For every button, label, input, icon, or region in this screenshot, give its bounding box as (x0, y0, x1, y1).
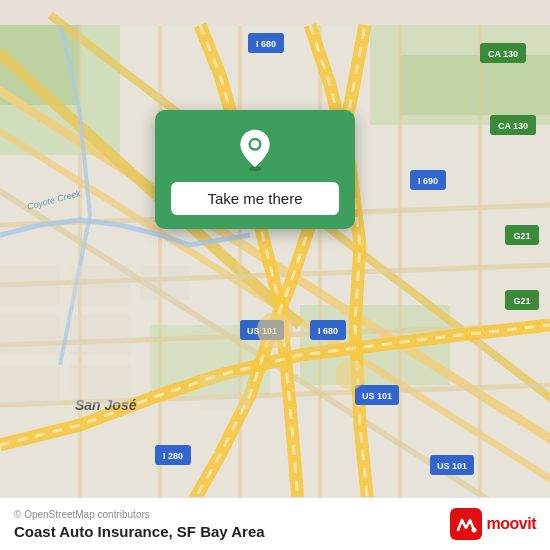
svg-rect-50 (0, 315, 60, 355)
svg-text:CA 130: CA 130 (498, 121, 528, 131)
svg-text:US 101: US 101 (437, 461, 467, 471)
svg-text:CA 130: CA 130 (488, 49, 518, 59)
svg-point-60 (251, 140, 259, 148)
svg-point-62 (471, 528, 476, 533)
svg-text:I 680: I 680 (256, 39, 276, 49)
map-background: I 680 I 680 I 690 CA 130 CA 130 G21 G21 … (0, 0, 550, 550)
svg-rect-61 (450, 508, 482, 540)
svg-rect-4 (400, 55, 550, 115)
svg-rect-49 (70, 265, 130, 305)
svg-text:I 690: I 690 (418, 176, 438, 186)
location-title: Coast Auto Insurance, SF Bay Area (14, 523, 265, 540)
svg-point-57 (335, 360, 365, 390)
svg-rect-51 (70, 315, 130, 355)
svg-text:US 101: US 101 (362, 391, 392, 401)
moovit-icon (450, 508, 482, 540)
take-me-there-button[interactable]: Take me there (171, 182, 339, 215)
location-pin-icon (233, 128, 277, 172)
map-container: I 680 I 680 I 690 CA 130 CA 130 G21 G21 … (0, 0, 550, 550)
svg-rect-54 (140, 265, 190, 300)
location-popup: Take me there (155, 110, 355, 229)
svg-rect-52 (0, 365, 60, 405)
svg-rect-55 (200, 375, 250, 410)
svg-text:I 280: I 280 (163, 451, 183, 461)
location-info: © OpenStreetMap contributors Coast Auto … (14, 509, 265, 540)
moovit-logo: moovit (450, 508, 536, 540)
svg-text:I 680: I 680 (318, 326, 338, 336)
svg-point-56 (257, 312, 293, 348)
copyright-text: © OpenStreetMap contributors (14, 509, 265, 520)
svg-rect-53 (70, 365, 130, 405)
svg-text:G21: G21 (513, 231, 530, 241)
moovit-brand-text: moovit (487, 515, 536, 533)
bottom-bar: © OpenStreetMap contributors Coast Auto … (0, 497, 550, 550)
svg-text:G21: G21 (513, 296, 530, 306)
svg-rect-48 (0, 265, 60, 305)
